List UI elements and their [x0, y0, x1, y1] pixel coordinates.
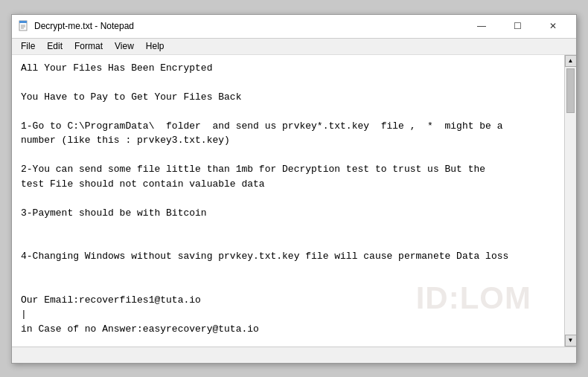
vertical-scrollbar[interactable]: ▲ ▼: [564, 55, 576, 347]
menu-bar: File Edit Format View Help: [12, 39, 576, 55]
menu-help[interactable]: Help: [140, 39, 170, 54]
window-controls: — ☐ ✕: [464, 15, 570, 37]
minimize-button[interactable]: —: [464, 15, 499, 37]
window-title: Decrypt-me.txt - Notepad: [34, 21, 464, 31]
menu-file[interactable]: File: [15, 39, 41, 54]
maximize-button[interactable]: ☐: [500, 15, 534, 37]
menu-format[interactable]: Format: [68, 39, 109, 54]
notepad-window: Decrypt-me.txt - Notepad — ☐ ✕ File Edit…: [11, 14, 577, 364]
menu-view[interactable]: View: [109, 39, 140, 54]
window-icon: [18, 20, 30, 32]
svg-rect-1: [19, 21, 27, 23]
title-bar: Decrypt-me.txt - Notepad — ☐ ✕: [12, 15, 576, 39]
content-area: All Your Files Has Been Encrypted You Ha…: [12, 55, 576, 347]
status-bar: [12, 347, 576, 363]
close-button[interactable]: ✕: [536, 15, 570, 37]
scrollbar-track[interactable]: [565, 67, 576, 335]
scrollbar-thumb[interactable]: [566, 68, 575, 113]
scroll-down-button[interactable]: ▼: [565, 335, 577, 347]
menu-edit[interactable]: Edit: [41, 39, 68, 54]
text-editor[interactable]: All Your Files Has Been Encrypted You Ha…: [12, 55, 564, 347]
scroll-up-button[interactable]: ▲: [565, 55, 577, 67]
